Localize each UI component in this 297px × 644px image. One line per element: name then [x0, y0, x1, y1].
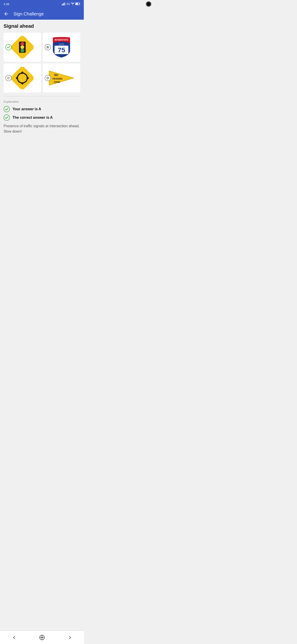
- svg-text:STATE: STATE: [59, 43, 64, 45]
- main-content: Signal ahead: [0, 20, 84, 150]
- svg-rect-1: [63, 3, 63, 5]
- option-a-label: [5, 44, 12, 50]
- explanation-label: Explanation: [3, 100, 80, 103]
- explanation-section: Explanation Your answer is A The correct…: [3, 100, 80, 134]
- explanation-body: Presence of traffic signals at intersect…: [3, 124, 80, 134]
- svg-rect-6: [76, 3, 78, 4]
- status-icons: 3G: [62, 2, 80, 6]
- svg-text:INTERSTATE: INTERSTATE: [55, 39, 69, 41]
- svg-text:NO: NO: [54, 74, 58, 77]
- svg-point-12: [20, 49, 24, 52]
- option-c-label: C: [5, 75, 12, 81]
- signal-icon: [71, 2, 74, 6]
- no-passing-sign: NO PASSING ZONE: [48, 69, 75, 87]
- svg-point-10: [20, 42, 24, 46]
- option-c[interactable]: C: [3, 64, 41, 92]
- time-display: 4:38: [3, 2, 9, 6]
- correct-answer-row: The correct answer is A: [3, 114, 80, 121]
- roundabout-sign: [11, 67, 33, 89]
- your-answer-check: [3, 106, 10, 112]
- svg-point-11: [20, 46, 24, 49]
- back-button[interactable]: [3, 10, 10, 18]
- option-a[interactable]: [3, 33, 41, 62]
- option-d[interactable]: D NO PASSING ZONE: [43, 64, 80, 92]
- battery-icon: [75, 2, 80, 6]
- correct-answer-text: The correct answer is A: [12, 116, 53, 120]
- svg-rect-0: [62, 4, 63, 5]
- status-bar: 4:38 3G: [0, 0, 84, 8]
- network-label: 3G: [66, 2, 70, 6]
- option-b-label: B: [45, 44, 51, 50]
- option-b[interactable]: B INTERSTATE STATE 75: [43, 33, 80, 62]
- network-icon: [62, 2, 65, 6]
- interstate-sign: INTERSTATE STATE 75: [51, 37, 71, 58]
- traffic-light-sign: [11, 36, 33, 58]
- page-title: Sign Challenge: [13, 12, 44, 16]
- answer-grid: B INTERSTATE STATE 75 C: [3, 33, 80, 92]
- divider: [3, 96, 80, 96]
- toolbar: Sign Challenge: [0, 8, 84, 20]
- svg-text:ZONE: ZONE: [54, 81, 60, 84]
- svg-rect-2: [64, 3, 65, 5]
- svg-text:75: 75: [58, 46, 65, 54]
- your-answer-row: Your answer is A: [3, 106, 80, 112]
- question-title: Signal ahead: [3, 23, 80, 29]
- correct-answer-check: [3, 114, 10, 121]
- status-time: 4:38: [3, 2, 9, 6]
- svg-rect-3: [65, 2, 65, 5]
- svg-rect-17: [11, 67, 33, 89]
- svg-rect-7: [79, 3, 80, 4]
- svg-point-4: [72, 4, 73, 5]
- option-d-label: D: [45, 75, 51, 81]
- your-answer-text: Your answer is A: [12, 107, 41, 111]
- svg-text:PASSING: PASSING: [53, 78, 63, 80]
